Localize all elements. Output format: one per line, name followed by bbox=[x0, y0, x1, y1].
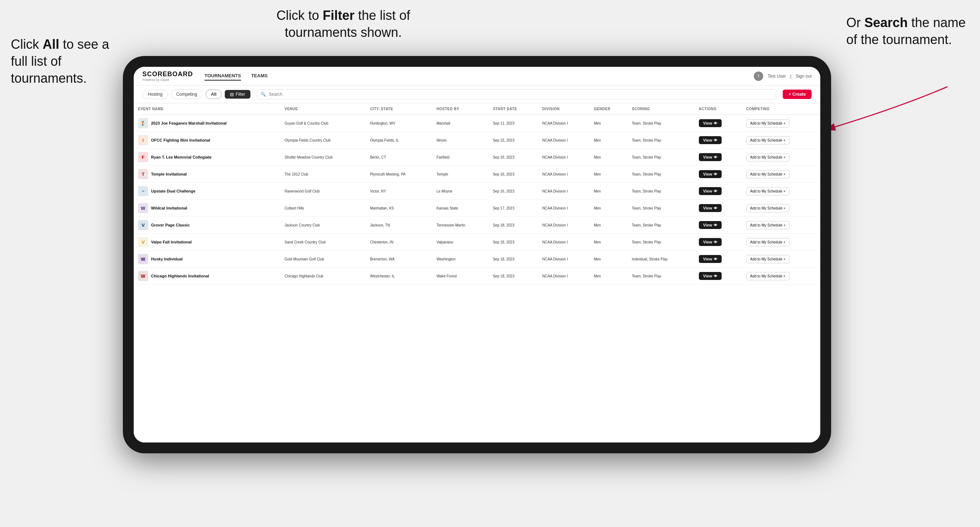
cell-start-date: Sep 18, 2023 bbox=[488, 217, 538, 234]
view-button[interactable]: View 👁 bbox=[699, 204, 722, 212]
cell-division: NCAA Division I bbox=[538, 132, 590, 149]
add-to-schedule-button[interactable]: Add to My Schedule + bbox=[746, 170, 789, 178]
cell-hosted-by: Fairfield bbox=[432, 149, 488, 166]
table-row: W Husky Individual Gold Mountain Golf Cl… bbox=[134, 251, 820, 268]
logo-sub: Powered by clippd bbox=[142, 78, 193, 82]
sign-out-link[interactable]: Sign out bbox=[796, 74, 811, 79]
cell-event-name: V Grover Page Classic bbox=[134, 217, 280, 234]
col-event-name: EVENT NAME bbox=[134, 103, 280, 115]
cell-division: NCAA Division I bbox=[538, 217, 590, 234]
cell-gender: Men bbox=[589, 234, 627, 251]
cell-competing: Add to My Schedule + bbox=[742, 268, 820, 285]
add-to-schedule-button[interactable]: Add to My Schedule + bbox=[746, 119, 789, 127]
search-input[interactable] bbox=[257, 89, 776, 99]
cell-scoring: Team, Stroke Play bbox=[628, 234, 695, 251]
add-to-schedule-button[interactable]: Add to My Schedule + bbox=[746, 187, 789, 195]
eye-icon: 👁 bbox=[714, 240, 717, 244]
cell-hosted-by: Kansas State bbox=[432, 200, 488, 217]
col-division: DIVISION bbox=[538, 103, 590, 115]
team-logo: F bbox=[138, 152, 148, 162]
event-name-text: Ryan T. Lee Memorial Collegiate bbox=[151, 155, 212, 159]
cell-scoring: Individual, Stroke Play bbox=[628, 251, 695, 268]
logo-text: SCOREBOARD bbox=[142, 70, 193, 78]
all-tab[interactable]: All bbox=[205, 90, 222, 99]
view-button[interactable]: View 👁 bbox=[699, 136, 722, 144]
eye-icon: 👁 bbox=[714, 189, 717, 193]
cell-event-name: F Ryan T. Lee Memorial Collegiate bbox=[134, 149, 280, 166]
cell-competing: Add to My Schedule + bbox=[742, 234, 820, 251]
search-icon: 🔍 bbox=[261, 92, 266, 97]
search-box: 🔍 bbox=[257, 89, 776, 99]
competing-tab[interactable]: Competing bbox=[171, 90, 203, 99]
view-button[interactable]: View 👁 bbox=[699, 272, 722, 280]
cell-city-state: Plymouth Meeting, PA bbox=[366, 166, 432, 183]
annotation-top-center: Click to Filter the list oftournaments s… bbox=[253, 7, 434, 41]
cell-venue: Gold Mountain Golf Club bbox=[280, 251, 366, 268]
filter-button[interactable]: ▤ Filter bbox=[225, 90, 250, 98]
tablet-screen: SCOREBOARD Powered by clippd TOURNAMENTS… bbox=[134, 67, 820, 443]
cell-division: NCAA Division I bbox=[538, 166, 590, 183]
table-container: EVENT NAME VENUE CITY, STATE HOSTED BY S… bbox=[134, 103, 820, 443]
view-button[interactable]: View 👁 bbox=[699, 170, 722, 178]
table-row: W Wildcat Invitational Colbert Hills Man… bbox=[134, 200, 820, 217]
eye-icon: 👁 bbox=[714, 257, 717, 261]
nav-links: TOURNAMENTS TEAMS bbox=[205, 71, 754, 81]
cell-hosted-by: Valparaiso bbox=[432, 234, 488, 251]
cell-division: NCAA Division I bbox=[538, 200, 590, 217]
cell-venue: Jackson Country Club bbox=[280, 217, 366, 234]
user-label: Test User bbox=[767, 74, 786, 79]
table-row: 🏌️ 2023 Joe Feaganes Marshall Invitation… bbox=[134, 115, 820, 132]
cell-event-name: ~ Upstate Dual Challenge bbox=[134, 183, 280, 200]
create-button[interactable]: + Create bbox=[783, 90, 811, 99]
cell-division: NCAA Division I bbox=[538, 251, 590, 268]
nav-tournaments[interactable]: TOURNAMENTS bbox=[205, 71, 241, 81]
cell-scoring: Team, Stroke Play bbox=[628, 268, 695, 285]
cell-gender: Men bbox=[589, 149, 627, 166]
add-to-schedule-button[interactable]: Add to My Schedule + bbox=[746, 136, 789, 144]
pipe-separator: | bbox=[790, 74, 791, 79]
eye-icon: 👁 bbox=[714, 155, 717, 159]
view-button[interactable]: View 👁 bbox=[699, 119, 722, 127]
col-city-state: CITY, STATE bbox=[366, 103, 432, 115]
logo-area: SCOREBOARD Powered by clippd bbox=[142, 70, 193, 82]
cell-hosted-by: Washington bbox=[432, 251, 488, 268]
cell-competing: Add to My Schedule + bbox=[742, 183, 820, 200]
add-to-schedule-button[interactable]: Add to My Schedule + bbox=[746, 238, 789, 246]
cell-venue: Sand Creek Country Club bbox=[280, 234, 366, 251]
cell-hosted-by: Illinois bbox=[432, 132, 488, 149]
cell-competing: Add to My Schedule + bbox=[742, 132, 820, 149]
team-logo: W bbox=[138, 203, 148, 213]
cell-city-state: Huntington, WV bbox=[366, 115, 432, 132]
view-button[interactable]: View 👁 bbox=[699, 187, 722, 195]
team-logo: V bbox=[138, 237, 148, 247]
cell-venue: Shuttle Meadow Country Club bbox=[280, 149, 366, 166]
hosting-tab[interactable]: Hosting bbox=[142, 90, 168, 99]
cell-start-date: Sep 18, 2023 bbox=[488, 234, 538, 251]
col-actions: ACTIONS bbox=[695, 103, 742, 115]
cell-event-name: T Temple Invitational bbox=[134, 166, 280, 183]
view-button[interactable]: View 👁 bbox=[699, 153, 722, 161]
add-to-schedule-button[interactable]: Add to My Schedule + bbox=[746, 272, 789, 280]
view-button[interactable]: View 👁 bbox=[699, 238, 722, 246]
filter-bar: Hosting Competing All ▤ Filter 🔍 + Creat… bbox=[134, 86, 820, 103]
cell-actions: View 👁 bbox=[695, 149, 742, 166]
cell-hosted-by: Temple bbox=[432, 166, 488, 183]
cell-gender: Men bbox=[589, 183, 627, 200]
cell-venue: Colbert Hills bbox=[280, 200, 366, 217]
event-name-text: 2023 Joe Feaganes Marshall Invitational bbox=[151, 121, 227, 125]
eye-icon: 👁 bbox=[714, 274, 717, 278]
view-button[interactable]: View 👁 bbox=[699, 255, 722, 263]
event-name-text: Valpo Fall Invitational bbox=[151, 240, 191, 244]
cell-actions: View 👁 bbox=[695, 268, 742, 285]
cell-gender: Men bbox=[589, 251, 627, 268]
add-to-schedule-button[interactable]: Add to My Schedule + bbox=[746, 204, 789, 213]
tablet-device: SCOREBOARD Powered by clippd TOURNAMENTS… bbox=[123, 56, 831, 453]
view-button[interactable]: View 👁 bbox=[699, 221, 722, 229]
cell-start-date: Sep 18, 2023 bbox=[488, 251, 538, 268]
eye-icon: 👁 bbox=[714, 138, 717, 142]
add-to-schedule-button[interactable]: Add to My Schedule + bbox=[746, 221, 789, 229]
add-to-schedule-button[interactable]: Add to My Schedule + bbox=[746, 255, 789, 264]
nav-teams[interactable]: TEAMS bbox=[251, 71, 268, 81]
event-name-text: OFCC Fighting Illini Invitational bbox=[151, 138, 210, 142]
add-to-schedule-button[interactable]: Add to My Schedule + bbox=[746, 153, 789, 162]
